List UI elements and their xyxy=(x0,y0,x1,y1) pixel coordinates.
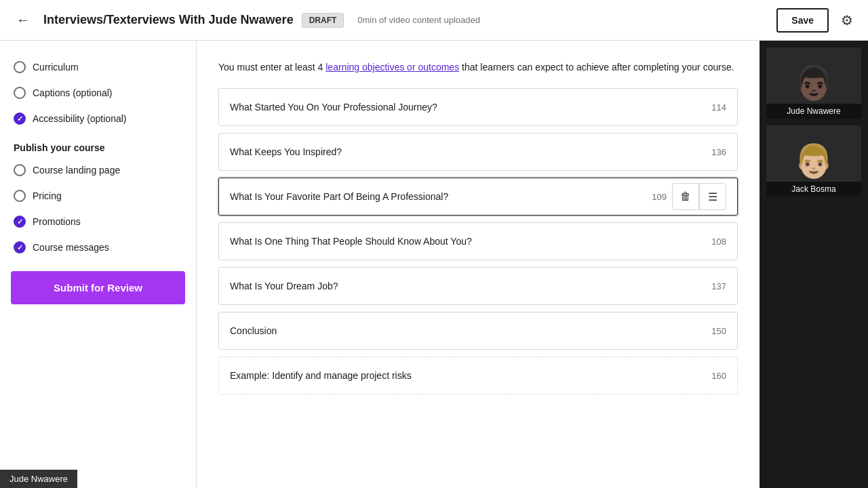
intro-prefix: You must enter at least 4 xyxy=(218,62,326,73)
topbar: ← Interviews/Texterviews With Jude Nwawe… xyxy=(0,0,868,41)
intro-text: You must enter at least 4 learning objec… xyxy=(218,60,738,75)
sidebar-label-captions: Captions (optional) xyxy=(33,87,113,98)
video-panel: 👨🏿 Jude Nwawere 👨🏼 Jack Bosma xyxy=(760,41,868,488)
placeholder-count: 160 xyxy=(711,371,726,381)
objective-item[interactable]: What Started You On Your Professional Jo… xyxy=(218,88,738,126)
avatar-card-jack: 👨🏼 Jack Bosma xyxy=(766,125,861,197)
sidebar-label-promotions: Promotions xyxy=(33,216,81,227)
content-area: You must enter at least 4 learning objec… xyxy=(197,41,760,488)
radio-pricing xyxy=(14,190,26,202)
gear-icon: ⚙ xyxy=(841,13,853,28)
sidebar-label-accessibility: Accessibility (optional) xyxy=(33,113,127,124)
sidebar-item-promotions[interactable]: Promotions xyxy=(11,209,185,235)
placeholder-text: Example: Identify and manage project ris… xyxy=(230,370,703,381)
upload-status: 0min of video content uploaded xyxy=(357,15,768,25)
objective-item[interactable]: What Is Your Dream Job?137 xyxy=(218,267,738,305)
avatar-name-jack: Jack Bosma xyxy=(766,182,861,197)
objective-text: What Keeps You Inspired? xyxy=(230,146,703,157)
sidebar-label-messages: Course messages xyxy=(33,242,109,253)
avatar-name-jude: Jude Nwawere xyxy=(766,104,861,119)
submit-for-review-button[interactable]: Submit for Review xyxy=(11,271,185,304)
sidebar-item-curriculum[interactable]: Curriculum xyxy=(11,54,185,80)
objective-item[interactable]: What Is Your Favorite Part Of Being A Pr… xyxy=(218,178,738,216)
publish-section-title: Publish your course xyxy=(11,131,185,157)
sidebar-item-messages[interactable]: Course messages xyxy=(11,235,185,260)
sidebar-item-accessibility[interactable]: Accessibility (optional) xyxy=(11,106,185,131)
objective-text: What Is Your Dream Job? xyxy=(230,281,703,291)
back-icon: ← xyxy=(16,12,30,27)
objective-count: 109 xyxy=(652,192,667,202)
objective-text: What Is Your Favorite Part Of Being A Pr… xyxy=(230,191,644,202)
objective-text: Conclusion xyxy=(230,325,703,336)
radio-captions xyxy=(14,87,26,99)
page-title: Interviews/Texterviews With Jude Nwawere xyxy=(43,13,294,27)
learning-objectives-link[interactable]: learning objectives or outcomes xyxy=(326,62,459,73)
objective-placeholder[interactable]: Example: Identify and manage project ris… xyxy=(218,357,738,394)
intro-suffix: that learners can expect to achieve afte… xyxy=(459,62,734,73)
objective-item[interactable]: What Is One Thing That People Should Kno… xyxy=(218,222,738,260)
sidebar-item-captions[interactable]: Captions (optional) xyxy=(11,80,185,106)
objective-count: 137 xyxy=(711,281,726,291)
draft-badge: DRAFT xyxy=(302,13,344,28)
objective-item[interactable]: What Keeps You Inspired?136 xyxy=(218,133,738,171)
sidebar-label-pricing: Pricing xyxy=(33,190,62,201)
sidebar-item-landing[interactable]: Course landing page xyxy=(11,157,185,183)
save-button[interactable]: Save xyxy=(776,8,829,33)
back-button[interactable]: ← xyxy=(11,9,35,30)
objective-text: What Started You On Your Professional Jo… xyxy=(230,102,703,113)
sidebar-label-curriculum: Curriculum xyxy=(33,62,79,73)
avatar-card-jude: 👨🏿 Jude Nwawere xyxy=(766,47,861,119)
objectives-list: What Started You On Your Professional Jo… xyxy=(218,88,738,350)
delete-objective-button[interactable]: 🗑 xyxy=(672,183,699,210)
reorder-objective-button[interactable]: ☰ xyxy=(699,183,726,210)
radio-promotions xyxy=(14,216,26,228)
radio-accessibility xyxy=(14,113,26,125)
objective-text: What Is One Thing That People Should Kno… xyxy=(230,236,703,247)
sidebar-label-landing: Course landing page xyxy=(33,165,120,176)
objective-count: 136 xyxy=(711,147,726,157)
objective-item[interactable]: Conclusion150 xyxy=(218,312,738,350)
radio-curriculum xyxy=(14,61,26,73)
objective-count: 108 xyxy=(711,237,726,247)
main-layout: Curriculum Captions (optional) Accessibi… xyxy=(0,41,868,488)
objective-action-buttons: 🗑☰ xyxy=(672,183,726,210)
objective-count: 150 xyxy=(711,326,726,336)
objective-count: 114 xyxy=(711,102,726,113)
radio-landing xyxy=(14,164,26,176)
bottom-user-label: Jude Nwawere xyxy=(9,474,68,484)
radio-messages xyxy=(14,241,26,253)
settings-button[interactable]: ⚙ xyxy=(837,8,857,33)
sidebar: Curriculum Captions (optional) Accessibi… xyxy=(0,41,197,488)
sidebar-item-pricing[interactable]: Pricing xyxy=(11,183,185,209)
bottom-bar: Jude Nwawere xyxy=(0,470,77,488)
